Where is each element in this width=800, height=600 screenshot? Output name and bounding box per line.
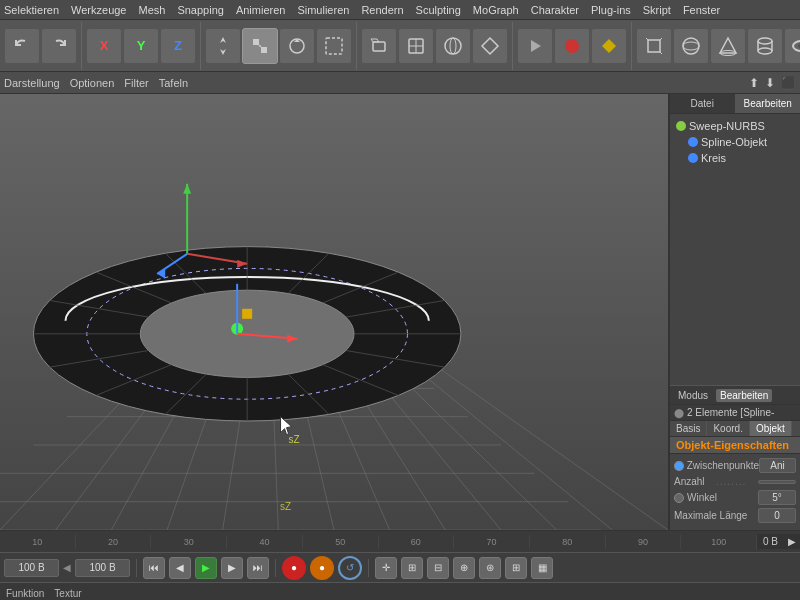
menu-animieren[interactable]: Animieren (236, 4, 286, 16)
transport-next-frame[interactable]: ▶ (221, 557, 243, 579)
transport-left-input[interactable] (4, 559, 59, 577)
viewport-icon3[interactable]: ⬛ (781, 76, 796, 90)
svg-line-18 (646, 38, 648, 40)
viewport-icon2[interactable]: ⬇ (765, 76, 775, 90)
time-marker-90: 90 (606, 535, 682, 549)
menu-simulieren[interactable]: Simulieren (297, 4, 349, 16)
transport-icon7[interactable]: ▦ (531, 557, 553, 579)
transport-record-btn[interactable]: ● (282, 556, 306, 580)
transport-right-input[interactable] (75, 559, 130, 577)
timeline-end-marker: ▶ (784, 534, 800, 549)
transport-icon2[interactable]: ⊞ (401, 557, 423, 579)
props-panel: Modus Bearbeiten ⬤ 2 Elemente [Spline- B… (670, 385, 800, 530)
scale-button[interactable] (242, 28, 278, 64)
transport-prev-frame[interactable]: ◀ (169, 557, 191, 579)
props-tab-bearbeiten[interactable]: Bearbeiten (716, 389, 772, 402)
menu-skript[interactable]: Skript (643, 4, 671, 16)
transport-icon1[interactable]: ✛ (375, 557, 397, 579)
undo-button[interactable] (4, 28, 40, 64)
panel-tab-datei[interactable]: Datei (670, 94, 736, 113)
transport-icon4[interactable]: ⊕ (453, 557, 475, 579)
menu-plugins[interactable]: Plug-ins (591, 4, 631, 16)
svg-marker-13 (482, 38, 498, 54)
menu-mograph[interactable]: MoGraph (473, 4, 519, 16)
obj-kreis[interactable]: Kreis (674, 150, 796, 166)
menu-selektieren[interactable]: Selektieren (4, 4, 59, 16)
props-tab-modus[interactable]: Modus (674, 389, 712, 402)
cone-button[interactable] (710, 28, 746, 64)
rotate-button[interactable] (279, 28, 315, 64)
camera-top-button[interactable] (472, 28, 508, 64)
transport-icon5[interactable]: ⊛ (479, 557, 501, 579)
box-button[interactable] (636, 28, 672, 64)
svg-line-20 (660, 52, 662, 54)
prop-value-zwischenpunkte[interactable]: Ani (759, 458, 796, 473)
props-objekt-tab[interactable]: Objekt (750, 421, 792, 436)
bottom-funktion[interactable]: Funktion (6, 588, 44, 599)
bottom-textur[interactable]: Textur (54, 588, 81, 599)
time-marker-70: 70 (454, 535, 530, 549)
prop-label-winkel: Winkel (687, 492, 758, 503)
select-button[interactable] (316, 28, 352, 64)
transport-go-end[interactable]: ⏭ (247, 557, 269, 579)
obj-spline[interactable]: Spline-Objekt (674, 134, 796, 150)
transport-loop[interactable]: ↺ (338, 556, 362, 580)
prop-winkel: Winkel 5° (674, 490, 796, 505)
transport-go-start[interactable]: ⏮ (143, 557, 165, 579)
menu-mesh[interactable]: Mesh (138, 4, 165, 16)
prop-anzahl: Anzahl ........ (674, 476, 796, 487)
svg-point-22 (683, 42, 699, 50)
record-button[interactable] (554, 28, 590, 64)
props-basis-tab[interactable]: Basis (670, 421, 707, 436)
x-axis-button[interactable]: X (86, 28, 122, 64)
camera-front-button[interactable] (398, 28, 434, 64)
viewport[interactable]: sZ (0, 94, 670, 530)
menu-fenster[interactable]: Fenster (683, 4, 720, 16)
menu-snapping[interactable]: Snapping (177, 4, 224, 16)
sphere-button[interactable] (673, 28, 709, 64)
svg-marker-7 (371, 39, 379, 42)
props-tabs: Basis Koord. Objekt (670, 421, 800, 437)
redo-button[interactable] (41, 28, 77, 64)
obj-sweep-nurbs[interactable]: Sweep-NURBS (674, 118, 796, 134)
y-axis-button[interactable]: Y (123, 28, 159, 64)
time-marker-80: 80 (530, 535, 606, 549)
menu-werkzeuge[interactable]: Werkzeuge (71, 4, 126, 16)
prop-radio-zwischenpunkte[interactable] (674, 461, 684, 471)
sub-filter[interactable]: Filter (124, 77, 148, 89)
svg-line-3 (259, 45, 261, 47)
menu-rendern[interactable]: Rendern (361, 4, 403, 16)
camera-side-button[interactable] (435, 28, 471, 64)
z-axis-button[interactable]: Z (160, 28, 196, 64)
sub-optionen[interactable]: Optionen (70, 77, 115, 89)
panel-spacer (670, 170, 800, 385)
prop-max-laenge: Maximale Länge 0 (674, 508, 796, 523)
prop-radio-winkel[interactable] (674, 493, 684, 503)
move-button[interactable] (205, 28, 241, 64)
sub-tafeln[interactable]: Tafeln (159, 77, 188, 89)
obj-label-sweep: Sweep-NURBS (689, 120, 765, 132)
svg-rect-6 (373, 42, 385, 51)
sub-darstellung[interactable]: Darstellung (4, 77, 60, 89)
keyframe-button[interactable] (591, 28, 627, 64)
transport-play[interactable]: ▶ (195, 557, 217, 579)
transport-record-auto[interactable]: ● (310, 556, 334, 580)
menu-charakter[interactable]: Charakter (531, 4, 579, 16)
svg-point-12 (450, 38, 456, 54)
prop-value-anzahl[interactable] (758, 480, 796, 484)
svg-point-26 (758, 48, 772, 54)
props-koord-tab[interactable]: Koord. (707, 421, 749, 436)
camera-persp-button[interactable] (361, 28, 397, 64)
panel-tab-bearbeiten[interactable]: Bearbeiten (736, 94, 801, 113)
play-tool-button[interactable] (517, 28, 553, 64)
cylinder-button[interactable] (747, 28, 783, 64)
time-marker-30: 30 (151, 535, 227, 549)
torus-button[interactable] (784, 28, 800, 64)
transport-icon6[interactable]: ⊞ (505, 557, 527, 579)
transport-icon3[interactable]: ⊟ (427, 557, 449, 579)
time-marker-100: 100 (681, 535, 757, 549)
menu-sculpting[interactable]: Sculpting (416, 4, 461, 16)
viewport-icon1[interactable]: ⬆ (749, 76, 759, 90)
prop-value-maxlaenge[interactable]: 0 (758, 508, 796, 523)
prop-value-winkel[interactable]: 5° (758, 490, 796, 505)
